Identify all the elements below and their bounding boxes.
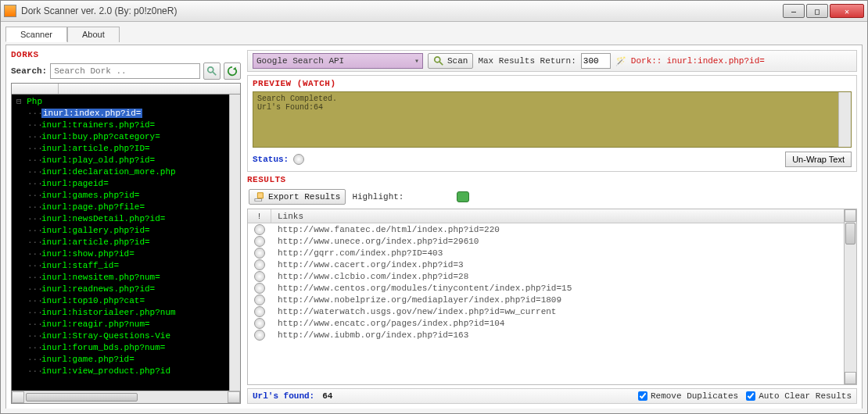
- tree-horizontal-scrollbar[interactable]: [12, 391, 240, 403]
- dork-item[interactable]: inurl:index.php?id=: [30, 108, 240, 120]
- search-api-combo[interactable]: Google Search API: [253, 53, 423, 69]
- maximize-button[interactable]: □: [806, 4, 828, 18]
- grid-vertical-scrollbar[interactable]: [844, 209, 856, 384]
- result-row[interactable]: http://www.iubmb.org/index.php?id=163: [248, 329, 856, 341]
- result-row[interactable]: http://gqrr.com/index.php?ID=403: [248, 247, 856, 259]
- dork-item[interactable]: inurl:Stray-Questions-Vie: [30, 330, 240, 342]
- dorks-tree[interactable]: ⊟ Phpinurl:index.php?id=inurl:trainers.p…: [11, 83, 241, 404]
- tree-root[interactable]: ⊟ Php: [16, 96, 240, 108]
- minimize-button[interactable]: —: [783, 4, 805, 18]
- remove-duplicates-input[interactable]: [638, 391, 647, 401]
- dork-item[interactable]: inurl:newsDetail.php?id=: [30, 213, 240, 225]
- dork-item[interactable]: inurl:trainers.php?id=: [30, 120, 240, 131]
- app-window: Dork Scanner ver. 2.0 (By: p0!z0neR) — □…: [0, 0, 868, 414]
- result-row[interactable]: http://www.clcbio.com/index.php?id=28: [248, 270, 856, 282]
- preview-title: PREVIEW (WATCH): [253, 79, 852, 88]
- dork-item[interactable]: inurl:buy.php?category=: [30, 131, 240, 143]
- client-area: Scanner About DORKS Search:: [1, 22, 867, 413]
- scan-button[interactable]: Scan: [428, 53, 473, 69]
- tab-scanner[interactable]: Scanner: [5, 27, 67, 42]
- svg-rect-5: [255, 199, 262, 202]
- grid-header-status[interactable]: !: [248, 209, 271, 223]
- result-link: http://www.cacert.org/index.php?id=3: [271, 260, 856, 269]
- result-link: http://www.encatc.org/pages/index.php?id…: [271, 319, 856, 328]
- export-results-button[interactable]: Export Results: [249, 189, 346, 205]
- dork-item[interactable]: inurl:reagir.php?num=: [30, 319, 240, 330]
- remove-duplicates-label: Remove Duplicates: [651, 391, 738, 401]
- dork-item[interactable]: inurl:gallery.php?id=: [30, 225, 240, 237]
- dork-item[interactable]: inurl:article.php?ID=: [30, 143, 240, 155]
- auto-clear-checkbox[interactable]: Auto Clear Results: [746, 391, 852, 401]
- dork-item[interactable]: inurl:view_product.php?id: [30, 366, 240, 377]
- result-row[interactable]: http://www.fanatec.de/html/index.php?id=…: [248, 223, 856, 235]
- dork-item[interactable]: inurl:game.php?id=: [30, 354, 240, 366]
- row-bulb-icon: [254, 306, 265, 317]
- dork-item[interactable]: inurl:play_old.php?id=: [30, 155, 240, 166]
- result-row[interactable]: http://www.centos.org/modules/tinyconten…: [248, 282, 856, 294]
- preview-scrollbar[interactable]: [838, 92, 851, 147]
- result-row[interactable]: http://www.encatc.org/pages/index.php?id…: [248, 317, 856, 329]
- svg-line-1: [213, 72, 216, 75]
- row-bulb-icon: [254, 248, 265, 259]
- result-row[interactable]: http://www.nobelprize.org/mediaplayer/in…: [248, 294, 856, 305]
- svg-line-4: [439, 62, 443, 65]
- refresh-button[interactable]: [224, 62, 241, 80]
- app-icon: [4, 5, 16, 17]
- max-results-input[interactable]: [581, 53, 611, 69]
- search-go-button[interactable]: [203, 62, 221, 80]
- dork-item[interactable]: inurl:historialeer.php?num: [30, 307, 240, 319]
- grid-body[interactable]: http://www.fanatec.de/html/index.php?id=…: [248, 223, 856, 384]
- results-grid[interactable]: ! Links http://www.fanatec.de/html/index…: [247, 209, 857, 385]
- unwrap-text-button[interactable]: Un-Wrap Text: [785, 152, 852, 167]
- tree-body[interactable]: ⊟ Phpinurl:index.php?id=inurl:trainers.p…: [12, 95, 240, 391]
- result-row[interactable]: http://www.unece.org/index.php?id=29610: [248, 235, 856, 247]
- scroll-down-arrow[interactable]: [845, 372, 856, 384]
- dork-item[interactable]: inurl:staff_id=: [30, 260, 240, 272]
- result-row[interactable]: http://www.cacert.org/index.php?id=3: [248, 259, 856, 270]
- magnifier-icon: [433, 55, 444, 66]
- dork-item[interactable]: inurl:article.php?id=: [30, 237, 240, 248]
- close-button[interactable]: ✕: [830, 4, 864, 18]
- dork-item[interactable]: inurl:games.php?id=: [30, 190, 240, 202]
- scroll-thumb[interactable]: [845, 223, 855, 244]
- dork-item[interactable]: inurl:declaration_more.php: [30, 166, 240, 178]
- grid-header-links[interactable]: Links: [271, 209, 856, 223]
- tab-about[interactable]: About: [67, 27, 120, 42]
- footer-bar: Url's found: 64 Remove Duplicates Auto C…: [247, 388, 857, 404]
- dork-item[interactable]: inurl:top10.php?cat=: [30, 295, 240, 307]
- result-link: http://www.clcbio.com/index.php?id=28: [271, 272, 856, 281]
- search-input[interactable]: [50, 63, 200, 79]
- dork-item[interactable]: inurl:pageid=: [30, 178, 240, 190]
- urls-found-count: 64: [322, 391, 332, 401]
- tree-header: [12, 84, 240, 95]
- result-link: http://www.unece.org/index.php?id=29610: [271, 237, 856, 246]
- tree-column-handle[interactable]: [12, 84, 59, 94]
- results-section: Export Results Highlight: ! Links http:/…: [247, 187, 857, 385]
- dork-item[interactable]: inurl:page.php?file=: [30, 202, 240, 213]
- result-row[interactable]: http://waterwatch.usgs.gov/new/index.php…: [248, 305, 856, 317]
- results-title: RESULTS: [247, 175, 857, 184]
- auto-clear-input[interactable]: [746, 391, 755, 401]
- dork-item[interactable]: inurl:forum_bds.php?num=: [30, 342, 240, 354]
- window-title: Dork Scanner ver. 2.0 (By: p0!z0neR): [21, 5, 783, 16]
- refresh-icon: [227, 66, 238, 77]
- result-link: http://gqrr.com/index.php?ID=403: [271, 248, 856, 258]
- dork-item[interactable]: inurl:readnews.php?id=: [30, 284, 240, 295]
- scroll-left-arrow[interactable]: [12, 391, 24, 403]
- scroll-up-arrow[interactable]: [845, 209, 856, 222]
- right-pane: Google Search API Scan Max Results Retur…: [247, 50, 857, 404]
- preview-textarea[interactable]: Search Completed. Url's Found:64: [253, 91, 852, 148]
- dork-item[interactable]: inurl:show.php?id=: [30, 248, 240, 260]
- titlebar[interactable]: Dork Scanner ver. 2.0 (By: p0!z0neR) — □…: [1, 1, 867, 22]
- row-bulb-icon: [254, 259, 265, 270]
- status-bulb-icon: [293, 154, 304, 165]
- scroll-right-arrow[interactable]: [228, 391, 240, 403]
- scroll-thumb[interactable]: [26, 393, 138, 402]
- row-bulb-icon: [254, 294, 265, 305]
- money-icon[interactable]: [457, 191, 469, 202]
- pencil-icon: [254, 191, 265, 202]
- remove-duplicates-checkbox[interactable]: Remove Duplicates: [638, 391, 738, 401]
- dork-item[interactable]: inurl:newsitem.php?num=: [30, 272, 240, 284]
- preview-line: Url's Found:64: [257, 103, 847, 112]
- row-bulb-icon: [254, 330, 265, 341]
